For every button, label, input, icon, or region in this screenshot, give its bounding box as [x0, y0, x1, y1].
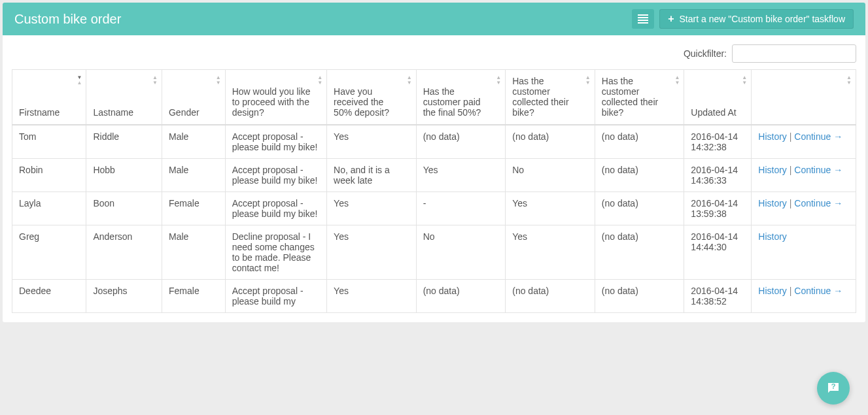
cell-gender: Male: [162, 159, 225, 192]
list-icon: [638, 14, 648, 24]
col-firstname[interactable]: Firstname: [12, 70, 86, 125]
cell-collected2: (no data): [595, 280, 684, 313]
cell-gender: Male: [162, 225, 225, 280]
sort-icon: [407, 75, 412, 86]
cell-updated: 2016-04-14 14:36:33: [684, 159, 752, 192]
start-taskflow-button[interactable]: + Start a new "Custom bike order" taskfl…: [659, 9, 854, 29]
action-separator: |: [787, 198, 794, 208]
continue-link[interactable]: Continue →: [794, 131, 842, 142]
cell-lastname: Riddle: [86, 125, 162, 159]
col-proceed[interactable]: How would you like to proceed with the d…: [225, 70, 326, 125]
action-separator: |: [787, 131, 794, 142]
cell-final50: (no data): [416, 125, 506, 159]
col-label: Has the customer collected their bike?: [512, 76, 568, 118]
cell-collected1: (no data): [506, 125, 595, 159]
cell-final50: (no data): [416, 280, 506, 313]
svg-rect-1: [638, 17, 648, 18]
col-label: Gender: [169, 107, 200, 118]
cell-collected2: (no data): [595, 125, 684, 159]
cell-updated: 2016-04-14 14:44:30: [684, 225, 752, 280]
cell-firstname: Layla: [12, 192, 86, 225]
cell-collected1: Yes: [506, 225, 595, 280]
list-view-button[interactable]: [632, 9, 654, 29]
quickfilter-input[interactable]: [732, 44, 856, 63]
continue-link[interactable]: Continue →: [794, 286, 842, 296]
cell-gender: Male: [162, 125, 225, 159]
cell-deposit: Yes: [327, 192, 417, 225]
cell-firstname: Deedee: [12, 280, 86, 313]
panel-header: Custom bike order + Start a new "Custom …: [3, 3, 865, 35]
page-title: Custom bike order: [14, 12, 121, 27]
header-actions: + Start a new "Custom bike order" taskfl…: [632, 9, 854, 29]
cell-lastname: Hobb: [86, 159, 162, 192]
cell-deposit: Yes: [327, 225, 417, 280]
col-deposit[interactable]: Have you received the 50% deposit?: [327, 70, 417, 125]
col-label: How would you like to proceed with the d…: [232, 86, 311, 118]
cell-lastname: Josephs: [86, 280, 162, 313]
col-collected1[interactable]: Has the customer collected their bike?: [506, 70, 595, 125]
svg-rect-0: [638, 14, 648, 16]
cell-proceed: Accept proposal - please build my bike!: [225, 192, 326, 225]
col-label: Updated At: [691, 107, 736, 118]
plus-icon: +: [668, 14, 674, 24]
cell-gender: Female: [162, 280, 225, 313]
start-button-label: Start a new "Custom bike order" taskflow: [680, 14, 845, 24]
quickfilter-row: Quickfilter:: [12, 44, 856, 63]
col-collected2[interactable]: Has the customer collected their bike?: [595, 70, 684, 125]
sort-icon: [846, 75, 852, 86]
sort-icon: [742, 75, 747, 86]
help-button[interactable]: ?: [817, 372, 850, 405]
history-link[interactable]: History: [758, 198, 787, 208]
cell-updated: 2016-04-14 14:32:38: [684, 125, 752, 159]
action-separator: |: [787, 286, 794, 296]
col-label: Lastname: [93, 107, 133, 118]
sort-icon: [585, 75, 591, 86]
cell-firstname: Robin: [12, 159, 86, 192]
cell-proceed: Accept proposal - please build my bike!: [225, 159, 326, 192]
table-row: TomRiddleMaleAccept proposal - please bu…: [12, 125, 856, 159]
cell-final50: -: [416, 192, 506, 225]
col-gender[interactable]: Gender: [162, 70, 225, 125]
orders-table: Firstname Lastname Gender How would you …: [12, 69, 856, 313]
col-updated[interactable]: Updated At: [684, 70, 752, 125]
history-link[interactable]: History: [758, 165, 787, 175]
cell-lastname: Anderson: [86, 225, 162, 280]
continue-link[interactable]: Continue →: [794, 165, 842, 175]
cell-updated: 2016-04-14 13:59:38: [684, 192, 752, 225]
cell-final50: No: [416, 225, 506, 280]
svg-rect-2: [638, 20, 648, 21]
sort-icon: [216, 75, 221, 86]
cell-proceed: Decline proposal - I need some changes t…: [225, 225, 326, 280]
cell-collected2: (no data): [595, 159, 684, 192]
col-actions[interactable]: [752, 70, 856, 125]
cell-collected1: No: [506, 159, 595, 192]
table-header-row: Firstname Lastname Gender How would you …: [12, 70, 856, 125]
table-row: GregAndersonMaleDecline proposal - I nee…: [12, 225, 856, 280]
quickfilter-label: Quickfilter:: [684, 48, 727, 59]
action-separator: |: [787, 165, 794, 175]
col-label: Firstname: [19, 107, 60, 118]
cell-firstname: Tom: [12, 125, 86, 159]
cell-collected2: (no data): [595, 192, 684, 225]
sort-desc-icon: [77, 75, 82, 86]
col-final50[interactable]: Has the customer paid the final 50%?: [416, 70, 506, 125]
svg-rect-3: [638, 22, 648, 24]
cell-actions: History | Continue →: [752, 125, 856, 159]
col-label: Has the customer paid the final 50%?: [423, 86, 481, 118]
svg-text:?: ?: [831, 382, 836, 390]
cell-final50: Yes: [416, 159, 506, 192]
cell-actions: History | Continue →: [752, 280, 856, 313]
cell-updated: 2016-04-14 14:38:52: [684, 280, 752, 313]
cell-actions: History | Continue →: [752, 192, 856, 225]
cell-actions: History | Continue →: [752, 159, 856, 192]
cell-collected1: Yes: [506, 192, 595, 225]
sort-icon: [674, 75, 680, 86]
history-link[interactable]: History: [758, 131, 787, 142]
history-link[interactable]: History: [758, 286, 787, 296]
sort-icon: [152, 75, 158, 86]
history-link[interactable]: History: [758, 231, 787, 242]
panel: Custom bike order + Start a new "Custom …: [3, 3, 865, 322]
cell-lastname: Boon: [86, 192, 162, 225]
continue-link[interactable]: Continue →: [794, 198, 842, 208]
col-lastname[interactable]: Lastname: [86, 70, 162, 125]
